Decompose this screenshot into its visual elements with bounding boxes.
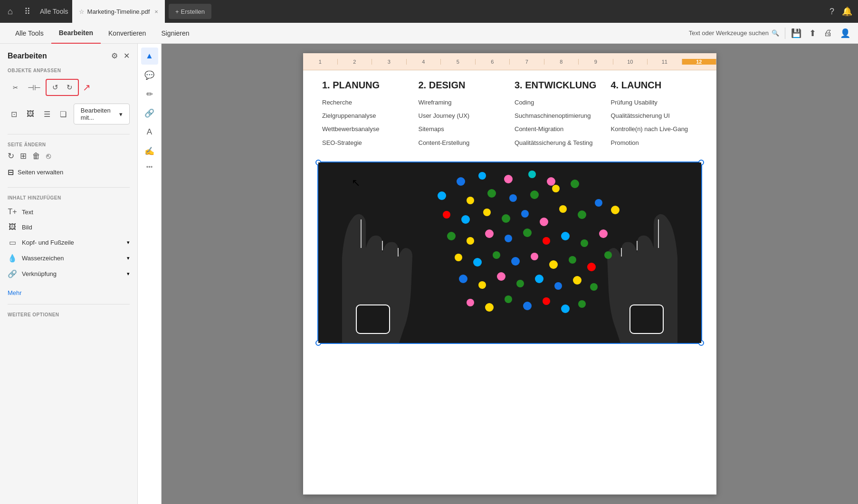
svg-point-35 (493, 251, 500, 259)
svg-point-24 (447, 232, 456, 240)
add-page-icon[interactable]: ⊞ (20, 151, 27, 161)
phase-2: 2. DESIGN Wireframing User Journey (UX) … (414, 80, 510, 152)
phase-2-item-3: Sitemaps (419, 125, 505, 133)
svg-point-2 (457, 177, 465, 186)
svg-point-15 (461, 215, 470, 224)
svg-point-12 (552, 185, 560, 192)
phase-1-item-4: SEO-Strategie (322, 139, 409, 147)
sidebar-settings-icon[interactable]: ⚙ (111, 51, 118, 60)
svg-point-52 (505, 295, 512, 303)
top-bar-left: ⌂ ⠿ Alle Tools (6, 4, 68, 19)
objekte-tools-row1: ✂ ⊣⊢ ↺ ↻ ↗ (0, 77, 137, 102)
toolbar-icons: 💾 ⬆ 🖨 👤 (791, 28, 850, 38)
inhalt-kopf-row[interactable]: ▭ Kopf- und Fußzeile ▾ (8, 235, 130, 250)
upload-icon[interactable]: ⬆ (809, 28, 816, 38)
svg-point-45 (516, 280, 524, 287)
svg-point-30 (561, 232, 570, 240)
month-5: 5 (441, 59, 476, 65)
phase-4: 4. LAUNCH Prüfung Usability Qualitätssic… (606, 80, 703, 152)
cursor-tool-btn[interactable]: ▲ (141, 48, 158, 65)
sign-tool-btn[interactable]: ✍ (141, 143, 158, 160)
crop-icon[interactable]: ⊡ (8, 106, 20, 122)
menu-bearbeiten[interactable]: Bearbeiten (51, 23, 101, 44)
print-icon[interactable]: 🖨 (824, 28, 832, 38)
svg-point-54 (543, 297, 550, 305)
inhalt-verknuepfung-row[interactable]: 🔗 Verknüpfung ▾ (8, 266, 130, 282)
svg-point-38 (549, 260, 558, 269)
seiten-verwalten-icon: ⊟ (8, 168, 14, 177)
image-tool-icon[interactable]: 🖼 (24, 106, 37, 122)
svg-point-18 (521, 210, 529, 218)
link-tool-btn[interactable]: 🔗 (141, 105, 158, 122)
svg-point-40 (587, 263, 596, 271)
duplicate-icon[interactable]: ❏ (57, 106, 70, 122)
help-icon[interactable]: ? (829, 7, 834, 17)
extract-icon[interactable]: ⎋ (46, 152, 51, 161)
svg-point-51 (485, 303, 494, 312)
svg-point-56 (578, 300, 586, 308)
kopf-icon: ▭ (8, 238, 17, 247)
seiten-verwalten-row[interactable]: ⊟ Seiten verwalten (8, 165, 130, 180)
month-6: 6 (476, 59, 510, 65)
comment-tool-btn[interactable]: 💬 (141, 67, 158, 84)
undo-button[interactable]: ↺ (48, 81, 62, 94)
inhalt-label: INHALT HINZUFÜGEN (8, 195, 130, 200)
inhalt-bild-row[interactable]: 🖼 Bild (8, 219, 130, 235)
bild-label: Bild (22, 224, 32, 231)
tab-close-icon[interactable]: × (154, 8, 158, 15)
month-11: 11 (648, 59, 682, 65)
more-tools-btn[interactable]: ••• (146, 163, 153, 171)
phase-2-item-2: User Journey (UX) (419, 112, 505, 120)
rotate-icon[interactable]: ↻ (8, 151, 14, 161)
menu-konvertieren[interactable]: Konvertieren (101, 23, 153, 44)
menu-bar-tools: Text oder Werkzeuge suchen 🔍 💾 ⬆ 🖨 👤 (689, 28, 850, 39)
svg-point-19 (540, 218, 548, 226)
svg-point-28 (523, 228, 532, 237)
home-icon[interactable]: ⌂ (6, 5, 15, 19)
select-tool-icon[interactable]: ✂ (8, 80, 23, 95)
image-selection-area[interactable]: ↖ (317, 162, 702, 344)
text-tool-btn[interactable]: A (141, 124, 158, 141)
top-bar-right: ? 🔔 (829, 6, 852, 17)
delete-page-icon[interactable]: 🗑 (32, 152, 40, 161)
align-icon[interactable]: ☰ (40, 106, 53, 122)
menu-signieren[interactable]: Signieren (153, 23, 197, 44)
active-tab[interactable]: ☆ Marketing-Timeline.pdf × (72, 0, 165, 23)
search-label: Text oder Werkzeuge suchen (689, 29, 769, 37)
inhalt-text-row[interactable]: T+ Text (8, 204, 130, 219)
svg-point-32 (599, 229, 608, 238)
phase-1-item-3: Wettbewerbsanalyse (322, 125, 409, 133)
sidebar-close-icon[interactable]: ✕ (124, 51, 130, 60)
main-layout: Bearbeiten ⚙ ✕ OBJEKTE ANPASSEN ✂ ⊣⊢ ↺ ↻… (0, 44, 858, 504)
month-12: 12 (682, 59, 717, 65)
adjust-icon[interactable]: ⊣⊢ (27, 80, 42, 95)
bell-icon[interactable]: 🔔 (842, 6, 852, 17)
dots-svg (404, 167, 632, 333)
phase-2-item-1: Wireframing (419, 98, 505, 107)
kopf-dropdown-icon: ▾ (127, 239, 130, 246)
mehr-label[interactable]: Mehr (0, 285, 137, 300)
save-icon[interactable]: 💾 (791, 28, 801, 38)
inhalt-wasser-row[interactable]: 💧 Wasserzeichen ▾ (8, 250, 130, 266)
search-icon[interactable]: 🔍 (772, 29, 779, 37)
toolbar-strip: ▲ 💬 ✏ 🔗 A ✍ ••• (138, 44, 162, 504)
new-tab-button[interactable]: + Erstellen (169, 4, 211, 19)
kopf-label: Kopf- und Fußzeile (22, 239, 74, 246)
menu-bar: Alle Tools Bearbeiten Konvertieren Signi… (0, 23, 858, 44)
cursor-arrow: ↖ (352, 177, 360, 189)
svg-point-31 (581, 239, 588, 247)
pen-tool-btn[interactable]: ✏ (141, 86, 158, 103)
search-box[interactable]: Text oder Werkzeuge suchen 🔍 (689, 29, 779, 37)
user-icon[interactable]: 👤 (840, 28, 850, 38)
svg-point-44 (497, 272, 505, 281)
svg-point-21 (578, 210, 586, 219)
pdf-area: 1 2 3 4 5 6 7 8 9 10 11 12 1. PLANUNG (162, 44, 858, 504)
apps-grid-icon[interactable]: ⠿ (22, 4, 32, 19)
redo-button[interactable]: ↻ (63, 81, 76, 94)
phase-3-item-4: Qualitätssicherung & Testing (515, 139, 601, 147)
menu-alle-tools[interactable]: Alle Tools (8, 23, 51, 44)
alle-tools-link[interactable]: Alle Tools (40, 8, 68, 15)
divider-1 (8, 134, 130, 134)
bearbeiten-mit-button[interactable]: Bearbeiten mit... ▾ (74, 104, 130, 124)
svg-point-41 (604, 251, 612, 259)
